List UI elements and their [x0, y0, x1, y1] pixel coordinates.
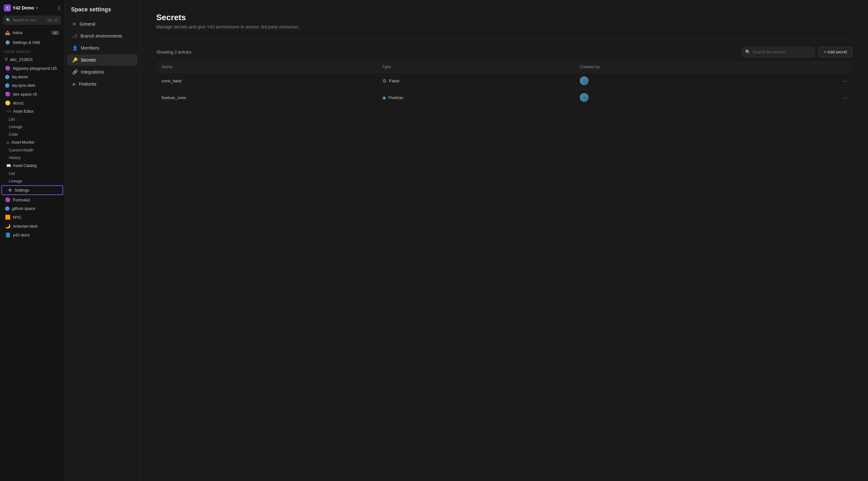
space-formula1[interactable]: 🟣 Formula1 [1, 196, 63, 204]
nav-features[interactable]: ◈ Features [67, 78, 137, 90]
tree-asset-catalog-list[interactable]: List [1, 170, 63, 177]
avatar-user1: 👤 [580, 76, 589, 85]
space-github[interactable]: github space [1, 204, 63, 213]
table-row: conn_faker ⚙ Faker 👤 ··· [157, 73, 852, 89]
table-row: fivetran_conn ◆ Fivetran 👤 ··· [157, 89, 852, 106]
space-bq-sync[interactable]: bq-sync-dwh [1, 82, 63, 89]
space-bigquery[interactable]: 🟣 bigquery playground US [1, 64, 63, 72]
page-title: Secrets [156, 12, 852, 23]
space-emoji-nyc: 🟧 [5, 215, 10, 220]
fivetran-label: Fivetran [389, 95, 403, 100]
inbox-icon: 📥 [5, 30, 10, 35]
space-bq-demo[interactable]: bq-demo [1, 73, 63, 81]
sidebar-item-inbox[interactable]: 📥 Inbox 46 [1, 28, 63, 37]
settings-panel-title: Space settings [65, 0, 140, 18]
history-label: History [9, 156, 21, 160]
sidebar-header: Y Y42 Demo ▾ ⟪ [0, 0, 64, 14]
table-header-row: Name Type Created by [157, 61, 852, 73]
search-secrets-icon: 🔍 [745, 50, 750, 54]
nav-members[interactable]: 👤 Members [67, 42, 137, 54]
avatar-user2: 👤 [580, 93, 589, 102]
nav-branch-label: Branch environments [81, 33, 122, 38]
col-type: Type [377, 61, 575, 73]
col-actions [766, 61, 852, 73]
space-label-bigquery: bigquery playground US [13, 66, 57, 71]
space-emoji-bq-sync [5, 83, 9, 88]
tree-asset-catalog-lineage[interactable]: Lineage [1, 178, 63, 185]
space-abc[interactable]: !! abc_210623 [1, 55, 63, 63]
current-health-label: Current Health [9, 148, 33, 153]
space-nyc[interactable]: 🟧 NYC [1, 213, 63, 221]
tree-asset-monitor[interactable]: ◎ Asset Monitor [1, 138, 63, 146]
avatar-initials-2: 👤 [582, 96, 586, 99]
secret-type-conn-faker: ⚙ Faker [377, 73, 575, 89]
add-secret-label: + Add secret [824, 50, 847, 54]
fivetran-icon: ◆ [382, 95, 386, 101]
type-cell-faker: ⚙ Faker [382, 78, 570, 84]
sidebar-item-settings[interactable]: ⚙ Settings [1, 185, 63, 195]
tree-asset-editor-code[interactable]: Code [1, 131, 63, 138]
space-docs1[interactable]: 🟡 docs1 [1, 99, 63, 107]
nav-general[interactable]: ⚙ General [67, 18, 137, 30]
logo-icon: Y [4, 4, 11, 11]
lineage-label: Lineage [9, 125, 23, 129]
search-bar[interactable]: 🔍 Search or run ⌘ K [3, 16, 61, 25]
integrations-icon: 🔗 [72, 69, 78, 74]
tree-asset-editor-lineage[interactable]: Lineage [1, 123, 63, 130]
space-label-abc: abc_210623 [10, 57, 33, 62]
settings-nav-panel: Space settings ⚙ General ⎇ Branch enviro… [65, 0, 141, 481]
space-dev-v5[interactable]: 🟣 dev space v5 [1, 90, 63, 98]
avatar-initials-1: 👤 [582, 79, 586, 83]
space-label-bq-sync: bq-sync-dwh [12, 83, 35, 88]
space-label-docs1: docs1 [13, 101, 24, 105]
nav-branch-environments[interactable]: ⎇ Branch environments [67, 30, 137, 42]
sidebar-item-settings-iam[interactable]: ⚙️ Settings & IAM [1, 38, 63, 47]
secret-type-fivetran: ◆ Fivetran [377, 89, 575, 106]
list-label: List [9, 117, 15, 122]
code-label: Code [9, 132, 18, 137]
collapse-sidebar-button[interactable]: ⟪ [58, 5, 61, 11]
col-name: Name [157, 61, 377, 73]
tree-history[interactable]: History [1, 154, 63, 161]
space-y42-docs[interactable]: 📘 y42-docs [1, 231, 63, 239]
nav-integrations[interactable]: 🔗 Integrations [67, 66, 137, 78]
toolbar-right: 🔍 + Add secret [742, 47, 852, 57]
row-menu-fivetran[interactable]: ··· [766, 89, 852, 106]
space-label-y42-docs: y42-docs [13, 233, 30, 237]
asset-editor-icon: </> [6, 109, 11, 113]
chevron-down-icon: ▾ [36, 6, 38, 10]
asset-monitor-icon: ◎ [6, 140, 9, 145]
inbox-label: Inbox [12, 30, 23, 35]
search-secrets-input[interactable] [742, 47, 815, 57]
row-menu-faker[interactable]: ··· [766, 73, 852, 89]
nav-members-label: Members [81, 45, 99, 51]
search-icon: 🔍 [6, 18, 11, 23]
space-label-dev-v5: dev space v5 [13, 92, 37, 97]
tree-asset-editor[interactable]: </> Asset Editor [1, 108, 63, 115]
members-icon: 👤 [72, 45, 78, 51]
space-emoji-github [5, 206, 9, 211]
tree-asset-editor-list[interactable]: List [1, 116, 63, 123]
tree-current-health[interactable]: Current Health [1, 147, 63, 154]
catalog-list-label: List [9, 171, 15, 176]
space-label-github: github space [12, 206, 35, 211]
col-created-by: Created by [575, 61, 766, 73]
add-secret-button[interactable]: + Add secret [818, 47, 852, 57]
settings-iam-icon: ⚙️ [5, 40, 10, 45]
secrets-table-body: conn_faker ⚙ Faker 👤 ··· [157, 73, 852, 106]
asset-catalog-label: Asset Catalog [13, 163, 37, 168]
secret-created-by-faker: 👤 [575, 73, 766, 89]
faker-label: Faker [389, 78, 400, 83]
secrets-icon: 🔑 [72, 58, 78, 63]
catalog-lineage-label: Lineage [9, 179, 23, 183]
search-bar-label: Search or run [12, 18, 45, 23]
app-logo[interactable]: Y Y42 Demo ▾ [4, 4, 38, 11]
space-octavian[interactable]: 🌙 octavian-land [1, 222, 63, 230]
nav-features-label: Features [79, 82, 96, 87]
space-label-formula1: Formula1 [13, 198, 30, 202]
tree-asset-catalog[interactable]: 📖 Asset Catalog [1, 162, 63, 169]
settings-icon: ⚙ [8, 188, 12, 193]
search-kbd: ⌘ K [47, 18, 58, 23]
nav-secrets-label: Secrets [81, 58, 96, 63]
nav-secrets[interactable]: 🔑 Secrets [67, 54, 137, 66]
